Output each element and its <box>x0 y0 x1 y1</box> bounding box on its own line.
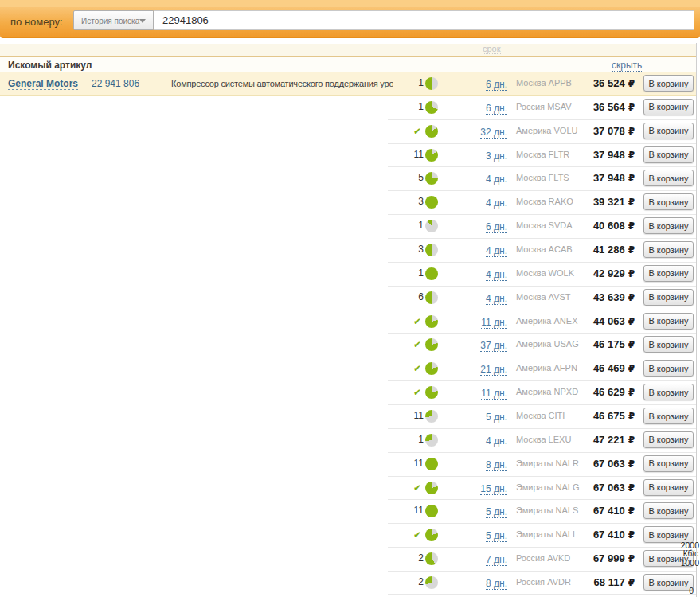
add-to-cart-button[interactable]: В корзину <box>643 265 694 282</box>
part-number-link[interactable]: 22 941 806 <box>92 78 139 89</box>
delivery-days-link[interactable]: 5 дн. <box>486 506 507 518</box>
offer-row: 1 4 дн. Москва LEXU 47 221₽ В корзину <box>0 428 696 452</box>
add-to-cart-button[interactable]: В корзину <box>643 455 694 472</box>
delivery-days-link[interactable]: 4 дн. <box>486 269 507 281</box>
quantity: 11 <box>382 499 424 523</box>
add-to-cart-button[interactable]: В корзину <box>643 289 694 306</box>
delivery-days-link[interactable]: 11 дн. <box>481 317 507 329</box>
price: 37 948₽ <box>542 143 635 167</box>
quantity: 3 <box>382 238 424 262</box>
add-to-cart-button[interactable]: В корзину <box>643 384 694 400</box>
delivery-days: 11 дн. <box>450 310 507 334</box>
delivery-days-link[interactable]: 4 дн. <box>486 245 507 257</box>
quantity: 1 <box>382 96 424 119</box>
add-to-cart-button[interactable]: В корзину <box>643 99 694 115</box>
ruble-sign: ₽ <box>628 529 635 540</box>
ruble-sign: ₽ <box>628 102 635 113</box>
delivery-days-link[interactable]: 6 дн. <box>486 103 507 115</box>
delivery-days-link[interactable]: 8 дн. <box>486 578 507 590</box>
delivery-days-link[interactable]: 11 дн. <box>481 388 507 400</box>
price: 46 175₽ <box>542 333 635 357</box>
offer-row: 3 4 дн. Москва ACAB 41 286₽ В корзину <box>0 238 696 262</box>
hide-link[interactable]: скрыть <box>612 60 642 72</box>
add-to-cart-button[interactable]: В корзину <box>643 336 694 353</box>
price: 37 078₽ <box>542 119 635 143</box>
delivery-days-link[interactable]: 5 дн. <box>486 530 507 542</box>
price: 40 608₽ <box>542 214 635 238</box>
delivery-days-link[interactable]: 7 дн. <box>486 554 507 566</box>
offer-row: ✔ 37 дн. Америка USAG 46 175₽ В корзину <box>0 333 696 357</box>
search-by-number-label: по номеру: <box>10 16 63 28</box>
confirmed-check-icon: ✔ <box>413 482 421 494</box>
delivery-days-link[interactable]: 4 дн. <box>486 435 507 447</box>
row-separator <box>388 594 696 595</box>
delivery-time-column-header[interactable]: срок <box>483 44 501 54</box>
delivery-days-link[interactable]: 15 дн. <box>480 483 507 495</box>
delivery-days-link[interactable]: 8 дн. <box>486 459 507 471</box>
delivery-days: 21 дн. <box>450 357 507 380</box>
add-to-cart-button[interactable]: В корзину <box>643 360 694 377</box>
part-description: Компрессор системы автоматического подде… <box>171 79 393 88</box>
search-results-page: по номеру: История поиска срок Искомый а… <box>0 0 700 597</box>
add-to-cart-button[interactable]: В корзину <box>643 146 694 163</box>
delivery-days-link[interactable]: 6 дн. <box>486 79 507 91</box>
price: 46 675₽ <box>542 404 635 428</box>
add-to-cart-button[interactable]: В корзину <box>643 431 694 448</box>
table-head-row: Искомый артикул скрыть <box>0 56 696 72</box>
delivery-days: 8 дн. <box>450 452 507 476</box>
offer-row: 5 4 дн. Москва FLTS 37 948₽ В корзину <box>0 166 696 190</box>
add-to-cart-button[interactable]: В корзину <box>643 75 694 92</box>
add-to-cart-button[interactable]: В корзину <box>643 479 694 496</box>
delivery-days-link[interactable]: 3 дн. <box>486 150 507 162</box>
ruble-sign: ₽ <box>628 482 635 494</box>
delivery-days-link[interactable]: 37 дн. <box>480 340 507 352</box>
brand-link[interactable]: General Motors <box>8 78 78 90</box>
add-to-cart-button[interactable]: В корзину <box>643 574 694 591</box>
offer-row: 6 4 дн. Москва AVST 43 639₽ В корзину <box>0 286 696 310</box>
offer-row: 11 8 дн. Эмираты NALR 67 063₽ В корзину <box>0 452 696 476</box>
delivery-days: 3 дн. <box>450 143 507 167</box>
delivery-days-link[interactable]: 6 дн. <box>486 221 507 233</box>
add-to-cart-button[interactable]: В корзину <box>643 193 694 210</box>
confirmed-check-icon: ✔ <box>413 339 421 350</box>
add-to-cart-button[interactable]: В корзину <box>643 408 694 424</box>
availability-pie-icon <box>425 315 438 328</box>
delivery-days: 5 дн. <box>450 404 507 428</box>
delivery-days-link[interactable]: 4 дн. <box>486 293 507 305</box>
delivery-days-link[interactable]: 21 дн. <box>480 364 507 376</box>
delivery-days: 11 дн. <box>450 380 507 404</box>
delivery-days: 6 дн. <box>450 214 507 238</box>
price: 39 321₽ <box>542 190 635 214</box>
ruble-sign: ₽ <box>628 316 635 327</box>
ruble-sign: ₽ <box>628 78 635 89</box>
offer-row: 1 6 дн. Москва APPB 36 524₽ В корзину Ge… <box>0 72 696 96</box>
add-to-cart-button[interactable]: В корзину <box>643 502 694 519</box>
availability-pie-icon <box>425 529 438 541</box>
search-history-label: История поиска <box>81 17 139 25</box>
delivery-days-link[interactable]: 5 дн. <box>486 412 507 423</box>
availability-pie-icon <box>425 386 438 399</box>
offer-row: ✔ 15 дн. Эмираты NALG 67 063₽ В корзину <box>0 476 696 500</box>
ruble-sign: ₽ <box>628 458 635 470</box>
delivery-days-link[interactable]: 4 дн. <box>486 174 507 185</box>
speed-scale-unit: Кб/с <box>683 549 698 558</box>
delivery-days: 4 дн. <box>450 262 507 286</box>
offer-row: 1 4 дн. Москва WOLK 42 929₽ В корзину <box>0 262 696 286</box>
quantity: 6 <box>382 286 424 310</box>
price: 46 469₽ <box>542 357 635 380</box>
ruble-sign: ₽ <box>628 268 635 279</box>
delivery-days-link[interactable]: 32 дн. <box>480 127 507 139</box>
price: 68 117₽ <box>542 571 635 595</box>
quantity: 11 <box>382 404 424 428</box>
ruble-sign: ₽ <box>628 577 635 588</box>
part-number-input[interactable] <box>154 10 694 30</box>
delivery-days-link[interactable]: 4 дн. <box>486 197 507 209</box>
offer-row: 1 6 дн. Россия MSAV 36 564₽ В корзину <box>0 96 696 119</box>
add-to-cart-button[interactable]: В корзину <box>643 241 694 258</box>
search-history-dropdown[interactable]: История поиска <box>73 10 154 30</box>
add-to-cart-button[interactable]: В корзину <box>643 123 694 139</box>
add-to-cart-button[interactable]: В корзину <box>643 313 694 330</box>
price: 37 948₽ <box>542 166 635 190</box>
add-to-cart-button[interactable]: В корзину <box>643 170 694 186</box>
add-to-cart-button[interactable]: В корзину <box>643 217 694 234</box>
